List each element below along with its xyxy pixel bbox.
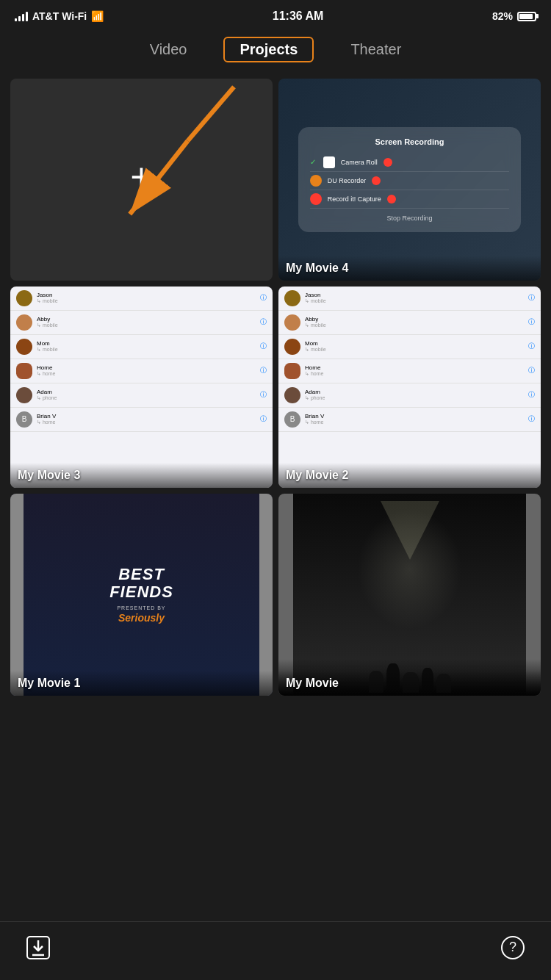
wifi-icon: 📶 (91, 10, 104, 22)
project-card-my-movie[interactable]: My Movie (278, 494, 541, 696)
thumbnail-contacts-2: Jason↳ mobile ⓘ Abby↳ mobile ⓘ Mom↳ mobi… (278, 287, 541, 489)
sr-title: Screen Recording (310, 137, 509, 146)
sr-option-camera-roll: ✓ Camera Roll (310, 154, 509, 172)
card-label-my-movie-2: My Movie 2 (278, 463, 541, 488)
thumbnail-best-fiends: BESTFiENDS PRESENTED BY Seriously (10, 494, 273, 696)
project-card-my-movie-3[interactable]: Jason↳ mobile ⓘ Abby↳ mobile ⓘ Mom↳ mobi… (10, 287, 273, 489)
contact-row: B Brian V↳ home ⓘ (10, 408, 273, 432)
status-right: 82% (492, 10, 536, 22)
tab-theater[interactable]: Theater (343, 38, 408, 61)
battery-percent: 82% (492, 10, 513, 22)
project-card-my-movie-1[interactable]: BESTFiENDS PRESENTED BY Seriously My Mov… (10, 494, 273, 696)
help-button[interactable]: ? (497, 932, 529, 964)
project-card-my-movie-4[interactable]: Screen Recording ✓ Camera Roll DU Record… (278, 79, 541, 281)
bf-sidebar-right (259, 494, 273, 696)
tab-bar: Video Projects Theater (0, 29, 551, 73)
contact-row: Mom↳ mobile ⓘ (278, 335, 541, 359)
status-left: AT&T Wi-Fi 📶 (15, 10, 104, 22)
help-label: ? (509, 940, 516, 955)
contact-row: Adam↳ phone ⓘ (278, 383, 541, 408)
contact-row: Home↳ home ⓘ (10, 359, 273, 383)
bottom-toolbar: ? (0, 921, 551, 980)
tab-projects[interactable]: Projects (223, 37, 314, 62)
contact-row: Mom↳ mobile ⓘ (10, 335, 273, 359)
bf-game-title: BESTFiENDS (109, 566, 173, 601)
card-label-my-movie: My Movie (278, 671, 541, 696)
add-project-icon: + (130, 158, 152, 196)
contact-row: Home↳ home ⓘ (278, 359, 541, 383)
contact-row: Jason↳ mobile ⓘ (10, 287, 273, 311)
time-label: 11:36 AM (273, 10, 324, 23)
sr-option-du-recorder: DU Recorder (310, 172, 509, 190)
project-card-my-movie-2[interactable]: Jason↳ mobile ⓘ Abby↳ mobile ⓘ Mom↳ mobi… (278, 287, 541, 489)
import-button[interactable] (22, 932, 54, 964)
svg-line-2 (188, 87, 234, 141)
download-icon (26, 936, 50, 959)
card-label-my-movie-3: My Movie 3 (10, 463, 273, 488)
card-label-my-movie-4: My Movie 4 (278, 256, 541, 281)
sr-option-record-it: Record it! Capture (310, 190, 509, 209)
help-circle-icon: ? (501, 936, 525, 959)
contact-row: Adam↳ phone ⓘ (10, 383, 273, 408)
signal-icon (15, 11, 28, 21)
battery-icon (517, 12, 536, 21)
sr-stop-label: Stop Recording (310, 215, 509, 222)
status-bar: AT&T Wi-Fi 📶 11:36 AM 82% (0, 0, 551, 29)
contact-row: Abby↳ mobile ⓘ (10, 311, 273, 335)
new-project-card[interactable]: + (10, 79, 273, 281)
carrier-label: AT&T Wi-Fi (32, 10, 87, 22)
contact-row: B Brian V↳ home ⓘ (278, 408, 541, 432)
project-grid: + Screen Recording ✓ Camera Roll (0, 73, 551, 702)
contact-row: Abby↳ mobile ⓘ (278, 311, 541, 335)
bf-seriously-label: Seriously (118, 612, 165, 624)
thumbnail-screen-recording: Screen Recording ✓ Camera Roll DU Record… (278, 79, 541, 281)
thumbnail-concert (278, 494, 541, 696)
bf-sidebar-left (10, 494, 24, 696)
contact-row: Jason↳ mobile ⓘ (278, 287, 541, 311)
card-label-my-movie-1: My Movie 1 (10, 671, 273, 696)
thumbnail-contacts-3: Jason↳ mobile ⓘ Abby↳ mobile ⓘ Mom↳ mobi… (10, 287, 273, 489)
bf-presented-by: PRESENTED BY (117, 605, 165, 610)
tab-video[interactable]: Video (143, 38, 195, 61)
